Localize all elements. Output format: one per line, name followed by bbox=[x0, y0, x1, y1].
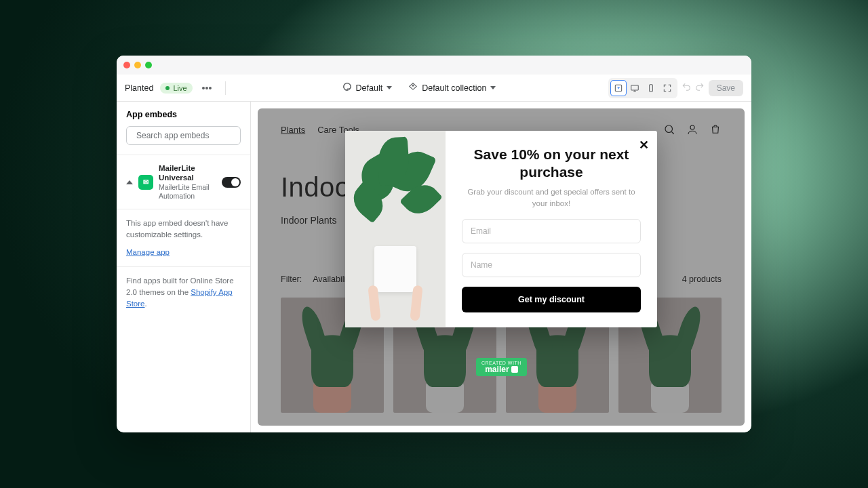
sidebar-footer: Find apps built for Online Store 2.0 the… bbox=[117, 266, 250, 319]
search-input[interactable] bbox=[126, 126, 241, 145]
svg-rect-4 bbox=[649, 84, 652, 92]
center-controls: Default Default collection bbox=[237, 82, 601, 94]
more-actions-button[interactable]: ••• bbox=[199, 83, 215, 94]
window-titlebar bbox=[117, 56, 751, 75]
theme-selector[interactable]: Default bbox=[342, 82, 393, 94]
theme-preview-wrap: Plants Care Tools Indoor Plants Indoor P… bbox=[251, 102, 751, 432]
footer-post: . bbox=[145, 300, 147, 308]
right-controls: Save bbox=[608, 78, 743, 98]
sidebar: App embeds ✉ MailerLite Universal Mailer… bbox=[117, 102, 251, 432]
viewport-inspector-button[interactable] bbox=[611, 81, 626, 96]
chevron-down-icon bbox=[387, 86, 392, 89]
mailerlite-badge[interactable]: CREATED WITH mailer bbox=[476, 358, 527, 376]
tag-icon bbox=[408, 82, 418, 94]
modal-content: ✕ Save 10% on your next purchase Grab yo… bbox=[446, 131, 657, 327]
theme-preview-canvas: Plants Care Tools Indoor Plants Indoor P… bbox=[258, 108, 745, 426]
svg-rect-3 bbox=[631, 85, 638, 89]
svg-point-7 bbox=[690, 125, 694, 129]
collection-selector[interactable]: Default collection bbox=[408, 82, 496, 94]
name-field[interactable] bbox=[462, 253, 641, 277]
modal-image bbox=[345, 131, 446, 327]
manage-app-link[interactable]: Manage app bbox=[126, 248, 170, 256]
cart-icon[interactable] bbox=[709, 123, 722, 136]
editor-body: App embeds ✉ MailerLite Universal Mailer… bbox=[117, 102, 751, 432]
sidebar-title: App embeds bbox=[117, 102, 250, 126]
app-meta: MailerLite Universal MailerLite Email Au… bbox=[159, 163, 216, 201]
undo-button bbox=[682, 82, 691, 94]
redo-button bbox=[695, 82, 705, 94]
search-field[interactable] bbox=[136, 131, 238, 140]
product-count: 4 products bbox=[682, 274, 722, 284]
modal-subtitle: Grab your discount and get special offer… bbox=[462, 186, 641, 209]
viewport-mobile-button[interactable] bbox=[644, 81, 658, 96]
theme-selector-label: Default bbox=[356, 83, 383, 93]
badge-line1: CREATED WITH bbox=[481, 361, 521, 365]
app-toggle[interactable] bbox=[222, 177, 241, 188]
window-close-icon[interactable] bbox=[123, 62, 130, 68]
save-button: Save bbox=[709, 80, 743, 96]
badge-line2: mailer bbox=[485, 365, 509, 373]
store-name: Planted bbox=[125, 83, 153, 93]
window-zoom-icon[interactable] bbox=[145, 62, 152, 68]
close-icon[interactable]: ✕ bbox=[639, 138, 649, 152]
viewport-desktop-button[interactable] bbox=[627, 81, 642, 96]
nav-plants[interactable]: Plants bbox=[281, 125, 305, 135]
get-discount-button[interactable]: Get my discount bbox=[462, 287, 641, 312]
window-minimize-icon[interactable] bbox=[134, 62, 141, 68]
email-field[interactable] bbox=[462, 219, 641, 243]
divider bbox=[225, 81, 226, 95]
storefront-header-icons bbox=[663, 123, 722, 136]
palette-icon bbox=[342, 82, 352, 94]
app-name: MailerLite Universal bbox=[159, 163, 216, 183]
viewport-switcher bbox=[608, 78, 677, 98]
viewport-fullscreen-button[interactable] bbox=[660, 81, 675, 96]
chevron-down-icon bbox=[490, 86, 496, 89]
editor-topbar: Planted Live ••• Default Default collect… bbox=[117, 75, 751, 102]
status-badge: Live bbox=[160, 83, 192, 94]
mailerlite-logo-icon bbox=[511, 366, 518, 373]
mailerlite-app-icon: ✉ bbox=[138, 175, 153, 190]
account-icon[interactable] bbox=[686, 123, 698, 136]
app-settings-note: This app embed doesn't have customizable… bbox=[117, 209, 250, 266]
note-text: This app embed doesn't have customizable… bbox=[126, 218, 241, 241]
svg-point-6 bbox=[665, 125, 673, 133]
collection-selector-label: Default collection bbox=[422, 83, 486, 93]
filter-label: Filter: bbox=[281, 274, 302, 284]
desktop-background: Planted Live ••• Default Default collect… bbox=[0, 0, 868, 488]
search-icon[interactable] bbox=[663, 123, 675, 136]
modal-title: Save 10% on your next purchase bbox=[462, 146, 641, 182]
app-embed-row[interactable]: ✉ MailerLite Universal MailerLite Email … bbox=[117, 155, 250, 209]
app-window: Planted Live ••• Default Default collect… bbox=[117, 56, 751, 432]
expand-caret-icon[interactable] bbox=[126, 180, 133, 184]
signup-modal: ✕ Save 10% on your next purchase Grab yo… bbox=[345, 131, 657, 327]
svg-point-1 bbox=[412, 85, 414, 86]
app-subtitle: MailerLite Email Automation bbox=[159, 183, 216, 201]
